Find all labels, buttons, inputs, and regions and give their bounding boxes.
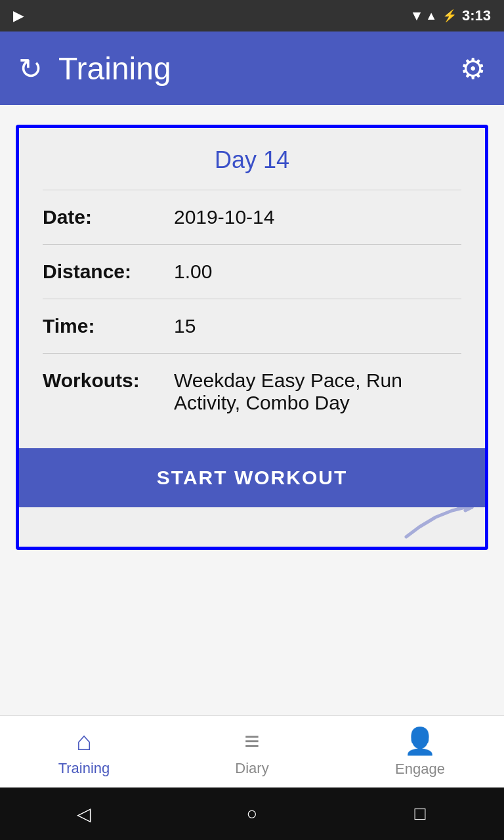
time-display: 3:13 [462, 7, 491, 24]
main-content: Day 14 Date: 2019-10-14 Distance: 1.00 T… [0, 105, 504, 715]
distance-row: Distance: 1.00 [43, 244, 461, 299]
app-indicator: ▶ [13, 7, 23, 24]
trend-chart-icon [400, 507, 478, 543]
status-icons: ▾ ▲ ⚡ 3:13 [413, 7, 491, 24]
time-label: Time: [43, 315, 174, 337]
wifi-icon: ▾ [413, 7, 420, 24]
page-title: Training [58, 51, 460, 87]
date-value: 2019-10-14 [174, 206, 461, 228]
signal-icon: ▲ [425, 9, 437, 23]
distance-label: Distance: [43, 261, 174, 283]
nav-label-diary: Diary [235, 760, 268, 777]
diary-icon: ≡ [244, 726, 259, 756]
app-bar: ↻ Training ⚙ [0, 32, 504, 105]
status-bar: ▶ ▾ ▲ ⚡ 3:13 [0, 0, 504, 32]
nav-item-diary[interactable]: ≡ Diary [168, 716, 336, 788]
workouts-label: Workouts: [43, 369, 174, 392]
time-row: Time: 15 [43, 299, 461, 353]
android-nav: ◁ ○ □ [0, 788, 504, 840]
card-bottom [19, 507, 485, 547]
day-title: Day 14 [43, 146, 461, 174]
recent-apps-button[interactable]: □ [400, 794, 440, 833]
time-value: 15 [174, 315, 461, 337]
nav-item-training[interactable]: ⌂ Training [0, 716, 168, 788]
nav-item-engage[interactable]: 👤 Engage [336, 716, 504, 788]
battery-icon: ⚡ [442, 9, 457, 23]
date-row: Date: 2019-10-14 [43, 190, 461, 244]
back-button[interactable]: ◁ [64, 794, 104, 833]
date-label: Date: [43, 206, 174, 228]
training-card: Day 14 Date: 2019-10-14 Distance: 1.00 T… [16, 125, 488, 550]
refresh-icon[interactable]: ↻ [18, 52, 43, 85]
nav-label-training: Training [58, 760, 110, 777]
workouts-value: Weekday Easy Pace, Run Activity, Combo D… [174, 369, 461, 414]
start-workout-button[interactable]: START WORKOUT [19, 448, 485, 507]
home-button[interactable]: ○ [232, 794, 272, 833]
person-icon: 👤 [404, 726, 436, 757]
distance-value: 1.00 [174, 261, 461, 283]
nav-label-engage: Engage [395, 761, 445, 778]
card-inner: Day 14 Date: 2019-10-14 Distance: 1.00 T… [19, 128, 485, 430]
workouts-row: Workouts: Weekday Easy Pace, Run Activit… [43, 353, 461, 430]
home-icon: ⌂ [76, 726, 92, 756]
settings-icon[interactable]: ⚙ [460, 52, 486, 85]
bottom-nav: ⌂ Training ≡ Diary 👤 Engage [0, 715, 504, 788]
